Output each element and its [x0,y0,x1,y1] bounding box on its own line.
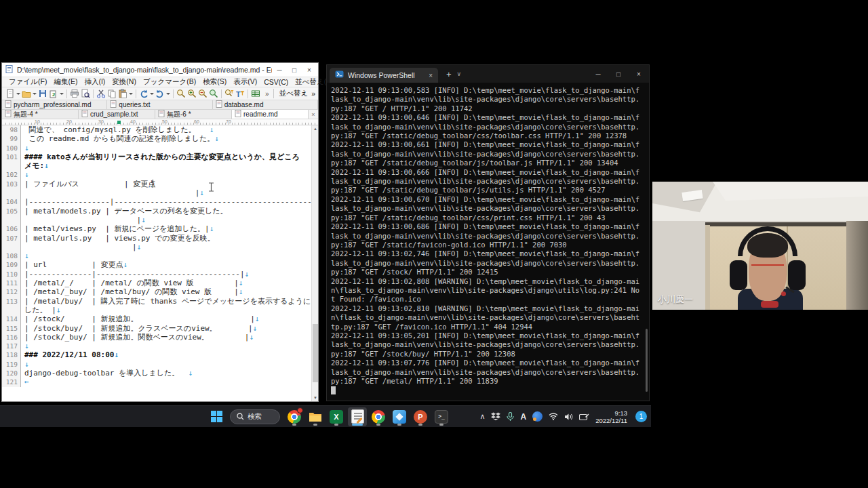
terminal-scrollbar-thumb[interactable] [646,329,648,392]
editor-tab[interactable]: queries.txt [107,100,212,109]
editor-line[interactable]: |↓ [2,216,311,224]
new-tab-button[interactable]: + [446,69,452,79]
menu-item-3[interactable]: 変換(N) [109,77,139,87]
editor-line[interactable]: 111| /metal/_/ | /metal/ の関数 view 版 |↓ [2,279,311,287]
terminal-output[interactable]: 2022-12-11 09:13:00,583 [INFO] D:\temp\m… [327,83,649,401]
editor-line[interactable]: 116| /stock/_buy/ | 新規追加。関数ベースのview。 |↓ [2,333,311,342]
editor-line[interactable]: 100↓ [2,144,311,152]
taskbar-search[interactable]: 検索 [230,409,280,424]
editor-line[interactable]: 108↓ [2,251,311,260]
editor-line[interactable]: 114| /stock/ | 新規追加。 |↓ [2,314,311,323]
editor-line[interactable]: 121← [2,378,311,386]
cut-icon[interactable] [96,88,106,100]
microphone-icon[interactable] [507,412,514,422]
taskbar-chrome-2[interactable] [369,407,388,426]
editor-vertical-scrollbar[interactable]: ▲ ▼ [311,125,318,401]
editor-line[interactable]: 115| /stock/buy/ | 新規追加。クラスベースのview。 |↓ [2,324,311,333]
editor-line[interactable]: 107| metal/urls.py | views.py での変更を反映。 [2,234,311,243]
ps-minimize-button[interactable]: ─ [588,66,608,82]
menu-item-1[interactable]: 編集(E) [51,77,80,87]
zoom-in-icon[interactable] [186,88,197,100]
editor-text-area[interactable]: 98 関連で、 config/mysql.py を削除しました。 ↓99 この … [2,125,311,401]
tray-chevron-up-icon[interactable]: ∧ [479,412,485,421]
blue-app-icon[interactable] [532,411,542,422]
filter-icon[interactable]: T [235,88,245,100]
editor-line[interactable]: 117↓ [2,342,311,350]
editor-line[interactable]: 109| url | 変更点↓ [2,260,311,269]
menu-item-4[interactable]: ブックマーク(B) [140,77,199,87]
taskbar-photos[interactable] [390,407,409,426]
ps-close-button[interactable]: × [629,66,649,82]
editor-line[interactable]: |↓ [2,243,311,251]
editor-line[interactable]: した。 |↓ [2,306,311,314]
table-icon[interactable] [250,88,261,100]
editor-line[interactable]: 119↓ [2,360,311,369]
editor-line[interactable]: 105| metal/models.py | データベースの列名を変更した。 [2,207,311,216]
editor-line[interactable]: メモ:↓ [2,161,311,170]
powershell-titlebar[interactable]: Windows PowerShell × + ∨ ─ □ × [327,65,649,83]
dropbox-icon[interactable] [491,412,500,421]
emeditor-titlebar[interactable]: D:\temp\meet_movie\flask_to_django-main\… [2,63,318,77]
editor-line[interactable]: 103| ファイルパス | 変更点 [2,180,311,188]
copy-icon[interactable] [106,88,117,100]
editor-line[interactable]: 113| /metal/buy/ | 購入完了時に thanks ページでメッセ… [2,297,311,306]
dropdown-caret-icon[interactable] [60,93,64,95]
scroll-down-icon[interactable]: ▼ [312,394,318,401]
print-preview-icon[interactable] [80,88,91,100]
editor-line[interactable]: |↓ [2,188,311,197]
powershell-tab[interactable]: Windows PowerShell × [330,68,438,83]
dropdown-caret-icon[interactable] [16,93,20,95]
zoom-out-icon[interactable] [197,88,208,100]
editor-line[interactable]: 99 この readme.md からも関連の記述を削除しました。↓ [2,134,311,143]
ps-maximize-button[interactable]: □ [608,66,629,82]
editor-line[interactable]: 112| /metal/_buy/ | /metal/buy/ の関数 view… [2,287,311,296]
wifi-icon[interactable] [549,413,558,420]
editor-tab[interactable]: database.md [213,100,318,109]
taskbar-terminal[interactable]: >_ [432,407,451,426]
dropdown-caret-icon[interactable] [166,93,170,95]
save-icon[interactable] [37,88,48,100]
open-file-icon[interactable] [21,88,37,100]
find-next-icon[interactable] [208,88,219,100]
taskbar-clock[interactable]: 9:13 2022/12/11 [595,409,627,424]
pen-device-icon[interactable] [579,413,589,421]
scroll-up-icon[interactable]: ▲ [312,125,318,132]
find-icon[interactable] [176,88,186,100]
print-icon[interactable] [69,88,80,100]
taskbar-powerpoint[interactable]: P [411,407,430,426]
save-all-icon[interactable]: 2 [48,88,64,100]
taskbar-emeditor[interactable] [348,407,367,426]
tab-bar-close-icon[interactable]: × [309,110,318,119]
editor-line[interactable]: 106| metal/views.py | 新規にページを追加した。|↓ [2,224,311,233]
editor-line[interactable]: 98 関連で、 config/mysql.py を削除しました。 ↓ [2,125,311,134]
tab-dropdown-icon[interactable]: ∨ [457,70,462,77]
editor-tab[interactable]: crud_sample.txt [79,110,155,119]
scrollbar-thumb[interactable] [313,324,318,382]
paste-icon[interactable] [117,88,134,100]
editor-line[interactable]: 110|--------------|---------------------… [2,270,311,279]
editor-tab[interactable]: 無題-6 * [155,110,232,119]
redo-icon[interactable] [155,88,171,100]
maximize-button[interactable]: □ [287,64,302,76]
editor-line[interactable]: 102↓ [2,170,311,179]
sort-toolbar-button[interactable]: 並べ替え » [273,89,315,98]
tab-close-icon[interactable]: × [429,72,433,79]
undo-icon[interactable] [138,88,155,100]
editor-line[interactable]: 120django-debug-toolbar を導入しました。 ↓ [2,369,311,378]
taskbar-excel[interactable]: X [327,407,346,426]
minimize-button[interactable]: ─ [272,64,287,76]
find-filter-icon[interactable] [224,88,235,100]
editor-line[interactable]: 104|------------------|-----------------… [2,197,311,206]
ime-mode-indicator[interactable]: A [520,412,526,422]
volume-icon[interactable] [564,413,573,421]
toolbar-overflow-icon[interactable]: » [265,90,269,98]
editor-line[interactable]: 101#### katoさんが当初リリースされた版からの主要な変更点というか、見… [2,152,311,161]
menu-item-5[interactable]: 検索(S) [200,77,229,87]
editor-tab[interactable]: readme.md [232,110,309,119]
menu-item-6[interactable]: 表示(V) [231,77,260,87]
terminal-scrollbar[interactable] [645,84,648,398]
dropdown-caret-icon[interactable] [129,93,133,95]
menu-item-0[interactable]: ファイル(F) [6,77,50,87]
menu-item-2[interactable]: 挿入(I) [81,77,108,87]
dropdown-caret-icon[interactable] [33,93,37,95]
